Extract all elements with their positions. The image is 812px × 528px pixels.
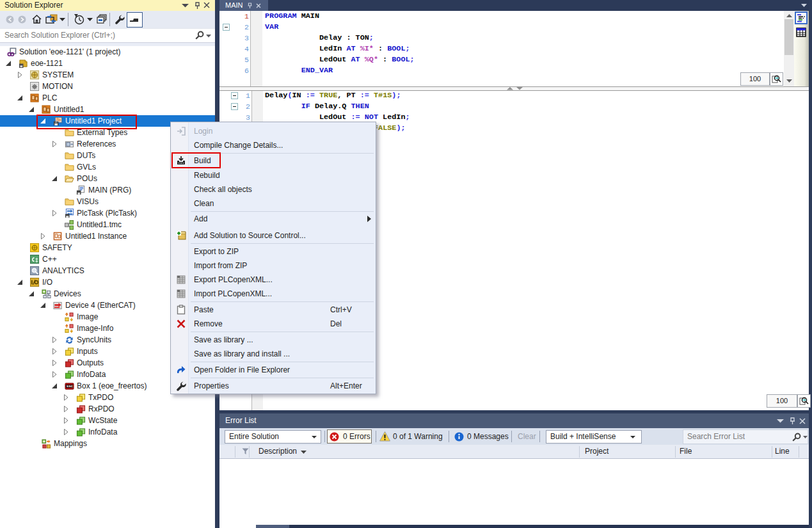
svg-text:ssc: ssc xyxy=(67,383,74,388)
